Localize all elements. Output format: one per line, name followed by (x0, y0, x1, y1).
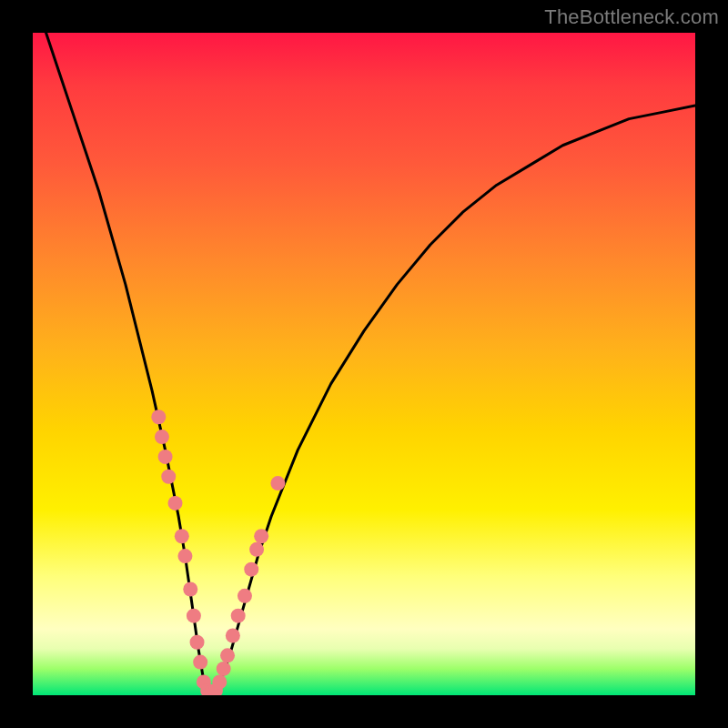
data-marker (183, 582, 197, 597)
data-marker (155, 430, 169, 444)
data-marker (187, 609, 201, 623)
data-marker (193, 655, 207, 670)
data-marker (226, 628, 240, 642)
marker-group (151, 410, 285, 695)
data-marker (151, 410, 166, 424)
data-marker (238, 589, 252, 603)
curve-group (46, 33, 695, 695)
data-marker (270, 476, 285, 490)
bottleneck-curve (46, 33, 695, 695)
data-marker (175, 529, 189, 543)
data-marker (220, 648, 235, 662)
data-marker (249, 542, 264, 557)
chart-svg (33, 33, 695, 695)
data-marker (254, 529, 268, 543)
data-marker (158, 450, 173, 464)
data-marker (212, 674, 227, 689)
watermark-text: TheBottleneck.com (544, 5, 719, 29)
data-marker (190, 635, 205, 650)
chart-frame: TheBottleneck.com (0, 0, 728, 728)
data-marker (168, 496, 183, 511)
data-marker (177, 549, 192, 563)
data-marker (244, 562, 258, 577)
data-marker (231, 609, 246, 623)
data-marker (217, 662, 231, 676)
data-marker (161, 470, 176, 484)
plot-area (33, 33, 695, 695)
